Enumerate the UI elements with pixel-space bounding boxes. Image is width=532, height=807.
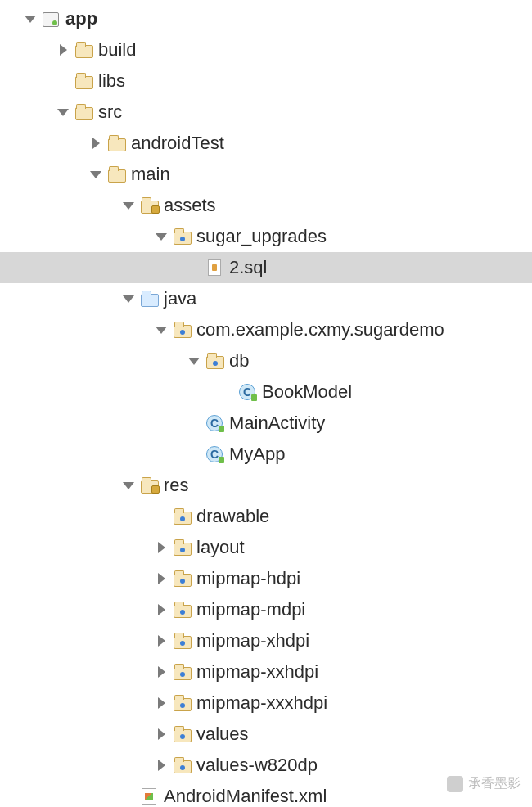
tree-row[interactable]: db <box>0 345 532 376</box>
package-folder-icon <box>174 757 192 773</box>
xml-file-icon <box>141 788 159 805</box>
chevron-right-icon[interactable] <box>156 665 169 679</box>
chevron-right-icon[interactable] <box>156 728 169 741</box>
tree-label: app <box>65 8 97 29</box>
package-folder-icon <box>174 508 192 525</box>
package-folder-icon <box>174 726 192 742</box>
tree-row[interactable]: drawable <box>0 501 532 532</box>
tree-label: res <box>164 475 189 496</box>
chevron-right-icon[interactable] <box>90 137 103 150</box>
package-folder-icon <box>174 539 192 556</box>
chevron-down-icon[interactable] <box>123 479 136 492</box>
package-folder-icon <box>206 353 224 369</box>
tree-row[interactable]: mipmap-hdpi <box>0 563 532 594</box>
class-icon: C <box>206 415 224 431</box>
folder-icon <box>108 166 126 183</box>
chevron-down-icon[interactable] <box>25 12 38 25</box>
project-tree[interactable]: appbuildlibssrcandroidTestmainassetssuga… <box>0 0 532 807</box>
tree-label: values <box>196 724 249 745</box>
chevron-right-icon[interactable] <box>156 759 169 772</box>
watermark: 承香墨影 <box>447 775 521 792</box>
watermark-text: 承香墨影 <box>468 775 521 792</box>
class-icon: C <box>239 384 257 400</box>
tree-label: main <box>131 164 170 185</box>
tree-row[interactable]: 2.sql <box>0 252 532 283</box>
tree-label: src <box>98 101 122 123</box>
tree-label: mipmap-xxhdpi <box>196 661 318 683</box>
folder-icon <box>75 73 93 89</box>
tree-label: layout <box>196 537 245 558</box>
tree-label: mipmap-mdpi <box>196 599 305 620</box>
tree-row[interactable]: sugar_upgrades <box>0 221 532 252</box>
chevron-right-icon[interactable] <box>156 697 169 710</box>
tree-row[interactable]: build <box>0 34 532 65</box>
chevron-right-icon[interactable] <box>57 43 70 56</box>
folder-icon <box>75 42 93 58</box>
package-folder-icon <box>174 570 192 587</box>
package-folder-icon <box>174 695 192 711</box>
sql-file-icon <box>206 259 224 276</box>
chevron-down-icon[interactable] <box>156 230 169 243</box>
tree-label: sugar_upgrades <box>196 226 327 247</box>
tree-row[interactable]: CBookModel <box>0 376 532 408</box>
watermark-icon <box>447 776 463 792</box>
tree-row[interactable]: res <box>0 470 532 501</box>
tree-row[interactable]: CMyApp <box>0 439 532 470</box>
tree-row[interactable]: layout <box>0 532 532 563</box>
java-folder-icon <box>141 291 159 307</box>
tree-label: com.example.cxmy.sugardemo <box>196 319 444 340</box>
class-icon: C <box>206 446 224 462</box>
tree-label: assets <box>164 195 216 216</box>
chevron-right-icon[interactable] <box>156 572 169 585</box>
chevron-down-icon[interactable] <box>57 106 70 119</box>
chevron-right-icon[interactable] <box>156 603 169 616</box>
chevron-down-icon[interactable] <box>90 168 103 181</box>
tree-label: mipmap-hdpi <box>196 568 300 589</box>
tree-row[interactable]: assets <box>0 190 532 221</box>
tree-row[interactable]: mipmap-xxxhdpi <box>0 688 532 719</box>
tree-row[interactable]: CMainActivity <box>0 408 532 439</box>
tree-label: 2.sql <box>229 257 267 278</box>
chevron-right-icon[interactable] <box>156 541 169 554</box>
package-folder-icon <box>174 322 192 338</box>
chevron-down-icon[interactable] <box>123 199 136 212</box>
tree-row[interactable]: app <box>0 3 532 34</box>
tree-label: MainActivity <box>229 413 325 434</box>
tree-label: db <box>229 350 249 372</box>
package-folder-icon <box>174 602 192 618</box>
tree-row[interactable]: mipmap-xxhdpi <box>0 656 532 688</box>
chevron-down-icon[interactable] <box>188 354 201 367</box>
tree-row[interactable]: values <box>0 719 532 750</box>
tree-row[interactable]: java <box>0 283 532 314</box>
tree-label: java <box>164 288 196 309</box>
resource-folder-icon <box>141 197 159 214</box>
tree-row[interactable]: src <box>0 97 532 128</box>
tree-label: mipmap-xhdpi <box>196 630 309 651</box>
tree-label: values-w820dp <box>196 755 318 776</box>
tree-label: AndroidManifest.xml <box>164 786 327 807</box>
tree-label: libs <box>98 70 125 92</box>
tree-row[interactable]: main <box>0 159 532 190</box>
folder-icon <box>75 104 93 120</box>
tree-label: androidTest <box>131 133 224 154</box>
tree-row[interactable]: mipmap-xhdpi <box>0 625 532 656</box>
tree-row[interactable]: libs <box>0 65 532 97</box>
package-folder-icon <box>174 664 192 680</box>
tree-label: MyApp <box>229 444 285 465</box>
tree-row[interactable]: mipmap-mdpi <box>0 594 532 625</box>
folder-icon <box>108 135 126 151</box>
resource-folder-icon <box>141 477 159 494</box>
chevron-down-icon[interactable] <box>156 323 169 336</box>
tree-label: BookModel <box>262 381 352 403</box>
tree-row[interactable]: androidTest <box>0 128 532 159</box>
chevron-down-icon[interactable] <box>123 292 136 305</box>
tree-label: mipmap-xxxhdpi <box>196 692 327 714</box>
package-folder-icon <box>174 228 192 245</box>
tree-row[interactable]: com.example.cxmy.sugardemo <box>0 314 532 345</box>
module-icon <box>43 11 61 27</box>
chevron-right-icon[interactable] <box>156 634 169 647</box>
package-folder-icon <box>174 633 192 649</box>
tree-label: build <box>98 39 136 61</box>
tree-label: drawable <box>196 506 269 527</box>
